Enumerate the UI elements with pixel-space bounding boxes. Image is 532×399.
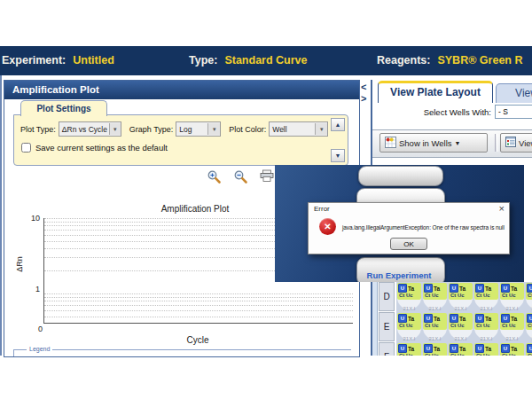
tab-view-secondary[interactable]: View bbox=[496, 83, 532, 103]
well-line2: Ct Uc bbox=[423, 353, 447, 356]
well-target: Ta bbox=[511, 346, 517, 352]
graph-type-value: Log bbox=[179, 125, 192, 134]
task-badge: U bbox=[527, 344, 532, 353]
reagents-value: SYBR® Green R bbox=[437, 54, 522, 66]
plate-well[interactable]: UTaCt Uc21X.I bbox=[448, 312, 473, 342]
plate-well[interactable]: UTaCt Uc21X.I bbox=[422, 342, 448, 356]
well-info: UTaCt Uc bbox=[500, 283, 524, 300]
gridline bbox=[44, 297, 353, 298]
task-badge: U bbox=[424, 314, 433, 323]
ok-button[interactable]: OK bbox=[390, 238, 427, 250]
well-line2: Ct Uc bbox=[500, 323, 524, 328]
gridline bbox=[44, 310, 353, 311]
save-default-label: Save current settings as the default bbox=[35, 143, 168, 153]
header-experiment: Experiment:Untitled bbox=[2, 46, 114, 75]
task-badge: U bbox=[475, 314, 484, 323]
well-info: UTaCt Uc bbox=[397, 313, 421, 330]
scrollbar-up-button[interactable]: ▲ bbox=[331, 118, 345, 131]
well-line3: 21X.I bbox=[525, 336, 532, 341]
plate-well[interactable]: UTaCt Uc21X.I bbox=[499, 342, 525, 356]
plate-well[interactable]: UTaCt Uc21X.I bbox=[473, 342, 499, 356]
tab-view-plate-layout[interactable]: View Plate Layout bbox=[378, 81, 493, 103]
task-badge: U bbox=[424, 344, 433, 353]
well-line2: Ct Uc bbox=[526, 353, 532, 356]
plate-well[interactable]: UTaCt Uc21X.I bbox=[396, 312, 422, 342]
well-line3: 21X.I bbox=[525, 306, 532, 311]
plot-type-dropdown[interactable]: ΔRn vs Cycle▾ bbox=[59, 121, 121, 137]
task-badge: U bbox=[527, 314, 532, 323]
plate-well[interactable]: UTaCt Uc21X.I bbox=[499, 312, 525, 342]
zoom-out-icon[interactable] bbox=[233, 169, 248, 184]
gridline bbox=[44, 301, 353, 301]
plot-type-value: ΔRn vs Cycle bbox=[62, 125, 107, 134]
zoom-in-icon[interactable] bbox=[207, 169, 222, 184]
well-line2: Ct Uc bbox=[449, 293, 473, 298]
well-line2: Ct Uc bbox=[474, 323, 498, 328]
select-wells-dropdown[interactable]: - S bbox=[495, 105, 532, 119]
dropdown-arrow-icon: ▼ bbox=[455, 140, 461, 146]
well-target: Ta bbox=[408, 286, 414, 292]
well-target: Ta bbox=[459, 346, 466, 352]
well-line2: Ct Uc bbox=[474, 353, 498, 356]
task-badge: U bbox=[450, 314, 458, 323]
plot-type-label: Plot Type: bbox=[20, 125, 56, 134]
show-in-wells-label: Show in Wells bbox=[399, 138, 452, 148]
plate-well[interactable]: UTaCt Uc21X.I bbox=[473, 282, 499, 312]
well-target: Ta bbox=[485, 316, 491, 322]
well-info: UTaCt Uc bbox=[500, 343, 524, 356]
plate-well[interactable]: UTaCt Uc21X.I bbox=[525, 312, 532, 342]
save-default-checkbox[interactable] bbox=[21, 143, 31, 153]
run-experiment-link[interactable]: Run Experiment bbox=[328, 270, 470, 280]
well-target: Ta bbox=[511, 316, 517, 322]
task-badge: U bbox=[501, 314, 510, 323]
well-line2: Ct Uc bbox=[423, 323, 447, 328]
x-tick-0: 0 bbox=[38, 325, 43, 333]
plot-settings-tab[interactable]: Plot Settings bbox=[20, 100, 107, 116]
legend-label: Legend bbox=[27, 346, 52, 352]
show-in-wells-button[interactable]: Show in Wells ▼ bbox=[379, 133, 488, 153]
well-line2: Ct Uc bbox=[397, 293, 421, 298]
plate-well[interactable]: UTaCt Uc21X.I bbox=[499, 282, 525, 312]
plate-well[interactable]: UTaCt Uc21X.I bbox=[422, 282, 448, 312]
well-line3: 21X.I bbox=[396, 306, 422, 311]
y-tick-1: 1 bbox=[24, 285, 40, 293]
view-list-button[interactable]: View L bbox=[500, 133, 532, 153]
well-info: UTaCt Uc bbox=[526, 343, 532, 356]
task-badge: U bbox=[450, 284, 458, 293]
plate-well[interactable]: UTaCt Uc21X.I bbox=[473, 312, 499, 342]
plate-row-label: D bbox=[379, 282, 395, 311]
close-icon[interactable]: × bbox=[499, 203, 505, 214]
toolbar-separator bbox=[495, 134, 498, 152]
well-info: UTaCt Uc bbox=[526, 283, 532, 300]
experiment-label: Experiment: bbox=[2, 54, 66, 66]
well-target: Ta bbox=[408, 346, 414, 352]
run-panel-button-top[interactable] bbox=[358, 166, 443, 186]
plate-well[interactable]: UTaCt Uc21X.I bbox=[448, 342, 473, 356]
task-badge: U bbox=[475, 344, 484, 353]
y-axis-label: ΔRn bbox=[15, 256, 24, 272]
print-icon[interactable] bbox=[260, 169, 275, 184]
plate-well[interactable]: UTaCt Uc21X.I bbox=[525, 342, 532, 356]
scrollbar-down-button[interactable]: ▼ bbox=[331, 149, 345, 162]
plot-color-value: Well bbox=[272, 125, 286, 134]
well-plate-icon bbox=[385, 137, 396, 150]
plate-well[interactable]: UTaCt Uc21X.I bbox=[422, 312, 448, 342]
plate-row: EUTaCt Uc21X.IUTaCt Uc21X.IUTaCt Uc21X.I… bbox=[372, 312, 532, 342]
plate-well[interactable]: UTaCt Uc21X.I bbox=[525, 282, 532, 312]
well-info: UTaCt Uc bbox=[526, 313, 532, 330]
well-line2: Ct Uc bbox=[526, 323, 532, 328]
window-left-border bbox=[0, 46, 2, 356]
plate-well[interactable]: UTaCt Uc21X.I bbox=[448, 282, 473, 312]
well-line2: Ct Uc bbox=[397, 353, 421, 356]
well-info: UTaCt Uc bbox=[474, 283, 498, 300]
well-line3: 21X.I bbox=[473, 336, 499, 341]
task-badge: U bbox=[398, 314, 407, 323]
graph-type-dropdown[interactable]: Log▾ bbox=[176, 121, 221, 137]
plate-well[interactable]: UTaCt Uc21X.I bbox=[396, 342, 422, 356]
plot-color-dropdown[interactable]: Well▾ bbox=[269, 121, 328, 137]
chevron-down-icon: ▾ bbox=[207, 123, 220, 135]
well-info: UTaCt Uc bbox=[423, 283, 447, 300]
well-line2: Ct Uc bbox=[423, 293, 447, 298]
reagents-label: Reagents: bbox=[377, 54, 430, 66]
plate-well[interactable]: UTaCt Uc21X.I bbox=[396, 282, 422, 312]
